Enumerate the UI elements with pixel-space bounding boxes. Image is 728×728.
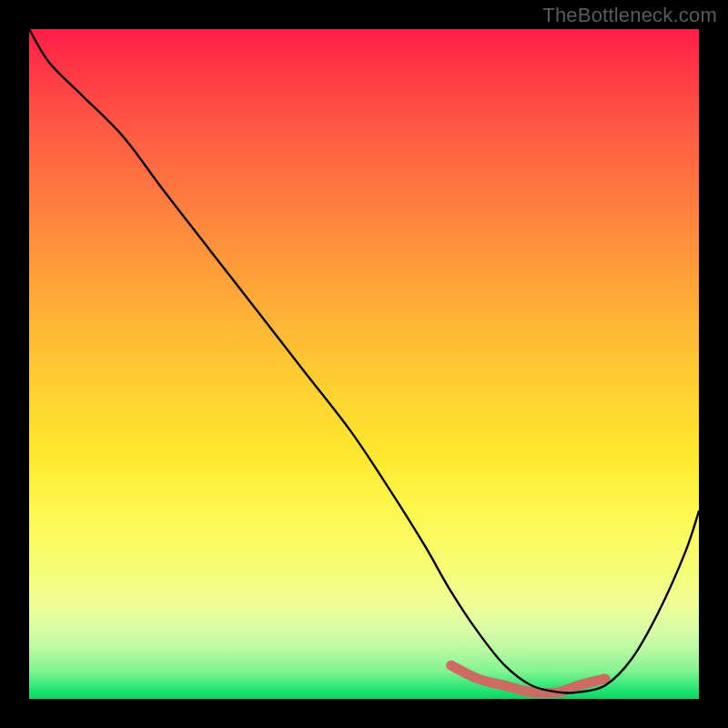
chart-frame: TheBottleneck.com: [0, 0, 728, 728]
watermark-text: TheBottleneck.com: [542, 4, 717, 27]
bottleneck-curve: [29, 29, 699, 693]
curve-layer: [29, 29, 699, 699]
plot-area: [29, 29, 699, 699]
trough-highlight: [451, 665, 605, 693]
